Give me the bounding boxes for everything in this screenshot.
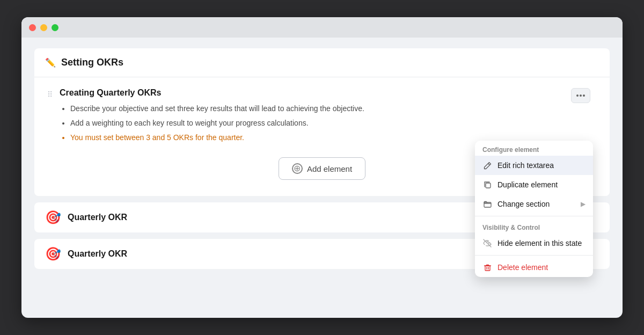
element-content: Creating Quarterly OKRs Describe your ob… <box>60 88 597 147</box>
drag-handle[interactable]: ⠿ <box>47 90 53 99</box>
add-element-label: Add element <box>307 164 352 173</box>
titlebar <box>21 17 623 38</box>
element-row: ⠿ Creating Quarterly OKRs Describe your … <box>47 88 597 147</box>
bullet-item-2: Add a weighting to each key result to we… <box>70 118 597 129</box>
okr-title-2: Quarterly OKR <box>68 249 127 259</box>
folder-menu-icon <box>482 199 492 209</box>
configure-label: Configure element <box>475 141 593 156</box>
section-header: ✏️ Setting OKRs <box>34 48 610 77</box>
more-options-button[interactable] <box>571 88 590 103</box>
close-button[interactable] <box>29 24 36 31</box>
pencil-menu-icon <box>482 161 492 170</box>
dot-3 <box>583 94 585 97</box>
trash-menu-icon <box>482 263 492 272</box>
minimize-button[interactable] <box>40 24 47 31</box>
bullet-list: Describe your objective and set three ke… <box>60 103 597 143</box>
delete-element-menu-item[interactable]: Delete element <box>475 258 593 277</box>
pencil-icon: ✏️ <box>45 57 56 68</box>
copy-menu-icon <box>482 180 492 190</box>
eye-off-menu-icon <box>482 238 492 248</box>
hide-element-label: Hide element in this state <box>497 239 582 247</box>
okr-icon-1: 🎯 <box>45 210 61 225</box>
maximize-button[interactable] <box>52 24 58 31</box>
app-window: ✏️ Setting OKRs ⠿ Creating Quarterly OKR… <box>21 17 623 318</box>
svg-rect-0 <box>486 183 491 188</box>
okr-icon-2: 🎯 <box>45 246 61 261</box>
delete-label: Delete element <box>497 263 548 272</box>
duplicate-menu-item[interactable]: Duplicate element <box>475 175 593 194</box>
add-circle-icon: ⊕ <box>292 163 303 174</box>
okr-title-1: Quarterly OKR <box>68 213 127 222</box>
element-title: Creating Quarterly OKRs <box>60 88 597 98</box>
add-element-button[interactable]: ⊕ Add element <box>279 157 365 180</box>
context-menu: Configure element Edit rich textarea <box>475 141 593 277</box>
edit-menu-item[interactable]: Edit rich textarea <box>475 156 593 175</box>
section-title: Setting OKRs <box>61 57 123 68</box>
visibility-label: Visibility & Control <box>475 219 593 234</box>
menu-divider-2 <box>475 255 593 256</box>
edit-label: Edit rich textarea <box>497 161 554 170</box>
dot-2 <box>580 94 582 97</box>
change-section-label: Change section <box>497 200 550 208</box>
change-section-menu-item[interactable]: Change section ▶ <box>475 194 593 214</box>
menu-divider-1 <box>475 216 593 216</box>
bullet-item-1: Describe your objective and set three ke… <box>70 103 597 114</box>
svg-rect-2 <box>485 266 490 271</box>
hide-element-menu-item[interactable]: Hide element in this state <box>475 234 593 253</box>
duplicate-label: Duplicate element <box>497 180 558 189</box>
dot-1 <box>576 94 579 97</box>
chevron-right-icon: ▶ <box>581 200 586 208</box>
content-area: ✏️ Setting OKRs ⠿ Creating Quarterly OKR… <box>21 38 623 318</box>
